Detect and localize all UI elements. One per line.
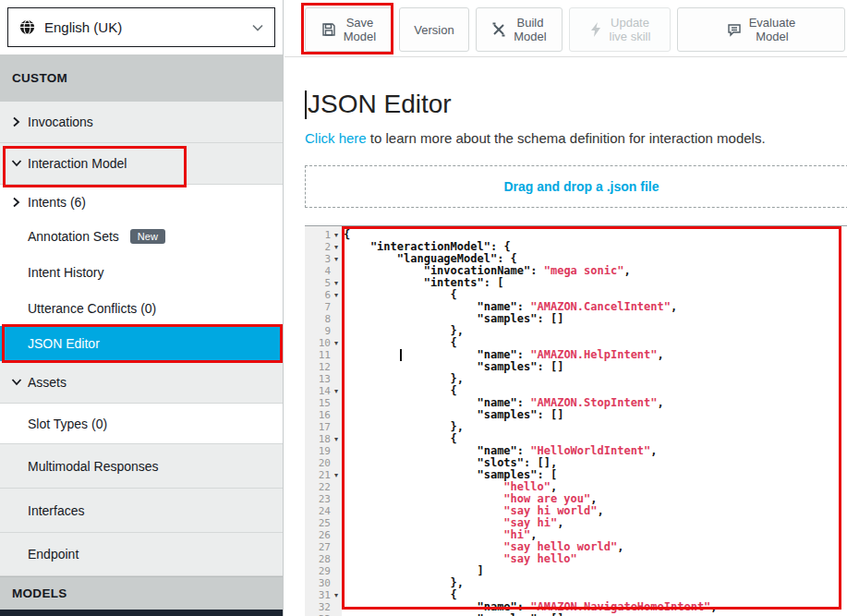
gutter-line: 28▾ [305, 553, 342, 565]
language-label: English (UK) [44, 19, 252, 35]
subtitle: Click here to learn more about the schem… [305, 130, 847, 146]
sidebar-item-utterance-conflicts[interactable]: Utterance Conflicts (0) [0, 291, 283, 326]
fold-arrow-icon[interactable]: ▾ [331, 289, 342, 301]
sidebar-item-annotation-sets[interactable]: Annotation SetsNew [0, 219, 283, 253]
code-line: "slots": [], [344, 457, 847, 469]
gutter-line: 13▾ [305, 373, 342, 385]
line-number: 7 [324, 301, 331, 313]
line-number: 2 [324, 241, 331, 253]
code-line: }, [344, 577, 847, 589]
sidebar-item-label: Annotation Sets [28, 229, 119, 244]
gutter-line: 21▾ [305, 469, 342, 481]
sidebar-item-intent-history[interactable]: Intent History [0, 253, 283, 291]
subtitle-text: to learn more about the schema definitio… [367, 130, 766, 146]
sidebar-item-interaction-model[interactable]: Interaction Model [0, 143, 283, 185]
version-button[interactable]: Version [399, 7, 469, 52]
editor-code[interactable]: {"interactionModel": {"languageModel": {… [342, 226, 847, 616]
line-number: 13 [319, 373, 331, 385]
code-line: }, [344, 325, 847, 337]
sidebar-item-label: Invocations [28, 115, 93, 129]
fold-arrow-icon[interactable]: ▾ [331, 337, 342, 349]
sidebar-item-slot-types[interactable]: Slot Types (0) [0, 404, 283, 444]
line-number: 20 [319, 457, 331, 469]
gutter-line: 20▾ [305, 457, 342, 469]
gutter-line: 12▾ [305, 361, 342, 373]
code-line: ] [344, 565, 847, 577]
lightning-icon [589, 22, 602, 37]
sidebar-item-interfaces[interactable]: Interfaces [0, 489, 283, 533]
fold-arrow-icon[interactable]: ▾ [331, 241, 342, 253]
line-number: 1 [324, 229, 331, 241]
line-number: 24 [319, 505, 331, 517]
gutter-line: 24▾ [305, 505, 342, 517]
sidebar-item-label: Assets [28, 375, 67, 390]
line-number: 4 [324, 265, 331, 277]
line-number: 15 [319, 397, 331, 409]
button-label: Updatelive skill [610, 16, 651, 43]
save-model-button[interactable]: SaveModel [305, 7, 393, 52]
gutter-line: 3▾ [305, 253, 342, 265]
gutter-line: 5▾ [305, 277, 342, 289]
sidebar-item-label: Intent History [28, 265, 103, 280]
sidebar-item-intents[interactable]: Intents (6) [0, 185, 283, 219]
line-number: 28 [319, 553, 331, 565]
fold-arrow-icon[interactable]: ▾ [331, 589, 342, 601]
evaluate-model-button[interactable]: EvaluateModel [677, 7, 845, 52]
button-label: SaveModel [344, 16, 376, 43]
line-number: 14 [319, 385, 331, 397]
fold-arrow-icon[interactable]: ▾ [331, 433, 342, 445]
code-line: "intents": [ [344, 277, 847, 289]
json-dropzone[interactable]: Drag and drop a .json file [305, 165, 847, 208]
sidebar-item-label: Slot Types (0) [28, 417, 107, 431]
fold-arrow-icon[interactable]: ▾ [331, 229, 342, 241]
update-live-skill-button: Updatelive skill [569, 7, 671, 52]
button-label: EvaluateModel [749, 16, 796, 43]
gutter-line: 15▾ [305, 397, 342, 409]
gutter-line: 16▾ [305, 409, 342, 421]
gutter-line: 9▾ [305, 325, 342, 337]
code-line: "name": "AMAZON.NavigateHomeIntent", [344, 601, 847, 613]
chevron-down-icon [252, 24, 263, 31]
click-here-link[interactable]: Click here [305, 130, 367, 146]
toolbar: SaveModelVersionBuildModelUpdatelive ski… [284, 0, 847, 57]
gutter-line: 6▾ [305, 289, 342, 301]
gutter-line: 18▾ [305, 433, 342, 445]
fold-arrow-icon[interactable]: ▾ [331, 253, 342, 265]
chevron-down-icon [11, 377, 22, 388]
sidebar-item-label: Multimodal Responses [28, 459, 159, 474]
models-section-header: MODELS [0, 576, 283, 610]
chat-icon [727, 23, 742, 37]
code-line: "say hi world", [344, 505, 847, 517]
sidebar-item-assets[interactable]: Assets [0, 361, 283, 404]
gutter-line: 10▾ [305, 337, 342, 349]
sidebar-bottom-divider [0, 610, 283, 616]
content: JSON Editor Click here to learn more abo… [284, 57, 847, 616]
sidebar-item-endpoint[interactable]: Endpoint [0, 533, 283, 576]
language-selector[interactable]: English (UK) [7, 7, 275, 47]
dropzone-label: Drag and drop a .json file [503, 179, 659, 194]
line-number: 21 [319, 469, 331, 481]
button-label: Version [414, 23, 454, 37]
gutter-line: 31▾ [305, 589, 342, 601]
line-number: 19 [319, 445, 331, 457]
fold-arrow-icon[interactable]: ▾ [331, 469, 342, 481]
gutter-line: 19▾ [305, 445, 342, 457]
gutter-line: 30▾ [305, 577, 342, 589]
json-code-editor[interactable]: 1▾2▾3▾4▾5▾6▾7▾8▾9▾10▾11▾12▾13▾14▾15▾16▾1… [305, 225, 847, 616]
gutter-line: 8▾ [305, 313, 342, 325]
fold-arrow-icon[interactable]: ▾ [331, 385, 342, 397]
line-number: 6 [324, 289, 331, 301]
gutter-line: 22▾ [305, 481, 342, 493]
sidebar-item-json-editor[interactable]: JSON Editor [0, 326, 283, 361]
sidebar-item-multimodal-responses[interactable]: Multimodal Responses [0, 444, 283, 489]
line-number: 25 [319, 517, 331, 529]
text-caret [305, 91, 307, 119]
sidebar-item-invocations[interactable]: Invocations [0, 102, 283, 143]
fold-arrow-icon[interactable]: ▾ [331, 277, 342, 289]
gutter-line: 7▾ [305, 301, 342, 313]
line-number: 3 [324, 253, 331, 265]
build-model-button[interactable]: BuildModel [476, 7, 563, 52]
gutter-line: 23▾ [305, 493, 342, 505]
gutter-line: 2▾ [305, 241, 342, 253]
code-line: "samples": [] [344, 313, 847, 325]
